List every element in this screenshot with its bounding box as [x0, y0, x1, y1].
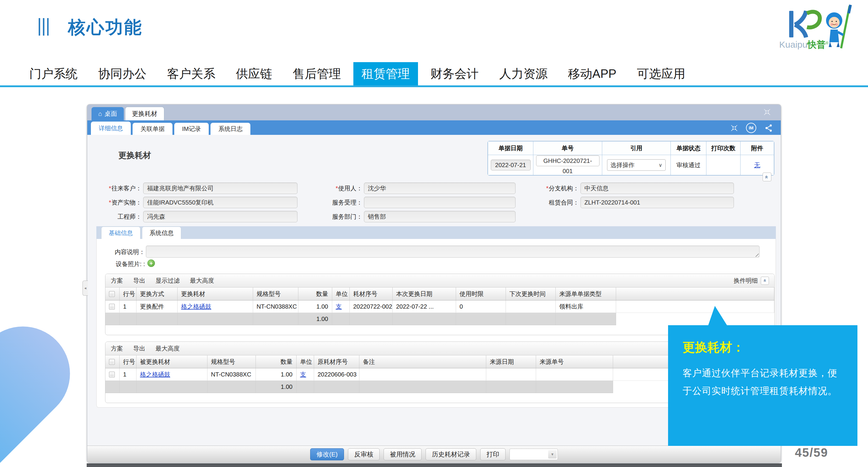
window-tab-bar: ⌂ 桌面 更换耗材 ↘↙ ↗↖ — [87, 105, 781, 121]
row-checkbox[interactable] — [109, 304, 115, 309]
user-field[interactable]: 沈少华 — [364, 182, 516, 194]
nav-tab-scm[interactable]: 供应链 — [228, 62, 280, 86]
tab-replace-consumable[interactable]: 更换耗材 — [125, 107, 164, 121]
collapse-header-button[interactable]: « — [763, 173, 771, 181]
tab-related-docs[interactable]: 关联单据 — [132, 123, 173, 135]
modify-button[interactable]: 修改(E) — [310, 448, 344, 460]
field-label-service-dept: 服务部门： — [300, 213, 364, 221]
select-all-checkbox[interactable] — [109, 291, 115, 297]
logo-wordmark-cn: 快普 — [807, 39, 826, 49]
nav-tab-crm[interactable]: 客户关系 — [159, 62, 223, 86]
share-icon[interactable] — [765, 124, 773, 132]
tab-basic-info[interactable]: 基础信息 — [101, 227, 141, 239]
tab-desktop[interactable]: ⌂ 桌面 — [92, 107, 124, 121]
page-title: 核心功能 — [68, 16, 143, 39]
nav-tab-aftersales[interactable]: 售后管理 — [284, 62, 349, 86]
field-label-lease-contract: 租赁合同： — [518, 199, 581, 207]
home-icon: ⌂ — [98, 110, 102, 118]
service-accept-field[interactable] — [364, 197, 516, 208]
field-label-user: *使用人： — [300, 184, 364, 193]
resize-grip-icon[interactable] — [754, 253, 759, 257]
reference-action-select[interactable]: 选择操作∨ — [607, 159, 665, 171]
unit-link[interactable]: 支 — [336, 303, 342, 310]
select-all-checkbox[interactable] — [109, 359, 115, 365]
callout-title: 更换耗材： — [683, 339, 843, 356]
doc-date-input[interactable]: 2022-07-21 — [491, 160, 531, 170]
form-fields: *往来客户： 福建兆联房地产有限公司 *使用人： 沈少华 *分支机构： 中天信息… — [100, 182, 736, 222]
content-desc-label: 内容说明： — [97, 248, 145, 256]
print-button[interactable]: 打印 — [480, 448, 505, 460]
nav-tab-finance[interactable]: 财务会计 — [422, 62, 487, 86]
branch-field[interactable]: 中天信息 — [581, 182, 734, 194]
table1-toolbar: 方案 导出 显示过滤 最大高度 换件明细 « — [105, 274, 774, 288]
asset-field[interactable]: 佳能IRADVC5550复印机 — [143, 197, 298, 208]
history-record-button[interactable]: 历史耗材记录 — [426, 448, 476, 460]
detail-tab-bar: 详细信息 关联单据 IM记录 系统日志 ↘↙ ↗↖ IM — [87, 121, 781, 135]
callout-body: 客户通过伙伴平台记录耗材更换，便于公司实时统计管理租赁耗材情况。 — [683, 364, 843, 400]
consumable-link[interactable]: 格之格硒鼓 — [140, 371, 170, 378]
tab-detail-info[interactable]: 详细信息 — [91, 122, 131, 135]
chevron-down-icon: ▼ — [548, 450, 557, 459]
service-dept-field[interactable]: 销售部 — [364, 211, 516, 222]
field-label-asset: *资产实物： — [100, 199, 143, 207]
toolbar-show-filter[interactable]: 显示过滤 — [156, 277, 180, 285]
engineer-field[interactable]: 冯先森 — [143, 211, 298, 222]
toolbar-scheme[interactable]: 方案 — [111, 277, 123, 285]
lease-contract-field[interactable]: ZLHT-20220714-001 — [581, 197, 734, 208]
decorative-ribbon — [0, 307, 89, 467]
doc-number-input[interactable]: GHHC-20220721-001 — [536, 155, 599, 166]
toolbar-max-height[interactable]: 最大高度 — [190, 277, 214, 285]
main-nav: 门户系统 协同办公 客户关系 供应链 售后管理 租赁管理 财务会计 人力资源 移… — [0, 62, 868, 87]
nav-tab-oa[interactable]: 协同办公 — [90, 62, 155, 86]
tab-system-info[interactable]: 系统信息 — [142, 227, 181, 239]
collapse-table1-button[interactable]: « — [761, 277, 769, 285]
unapprove-button[interactable]: 反审核 — [348, 448, 380, 460]
annotation-callout: 更换耗材： 客户通过伙伴平台记录耗材更换，便于公司实时统计管理租赁耗材情况。 — [668, 325, 858, 446]
toolbar-export[interactable]: 导出 — [133, 277, 145, 285]
title-accent-bars — [39, 18, 49, 36]
doc-col-print-count: 打印次数 — [706, 141, 741, 155]
customer-field[interactable]: 福建兆联房地产有限公司 — [143, 182, 298, 194]
chevron-down-icon: ∨ — [659, 162, 662, 168]
table-row: 1 更换配件 格之格硒鼓 NT-CN0388XC 1.00 支 20220722… — [105, 300, 774, 313]
logo-wordmark-en: Kuaipu — [779, 39, 807, 49]
doc-col-date: 单据日期 — [488, 141, 533, 155]
info-tab-band: 基础信息 系统信息 — [96, 226, 776, 239]
doc-status-value: 审核通过 — [671, 155, 706, 175]
consumable-link[interactable]: 格之格硒鼓 — [181, 303, 211, 310]
logo-reg-mark: ® — [826, 41, 829, 45]
kuaipu-logo: Kuaipu快普® — [779, 3, 861, 53]
summary-qty: 1.00 — [298, 313, 332, 325]
form-title: 更换耗材 — [118, 150, 151, 161]
toolbar-scheme[interactable]: 方案 — [111, 344, 123, 353]
collapse-window-icon[interactable]: ↘↙ ↗↖ — [764, 108, 770, 115]
nav-tab-leasing[interactable]: 租赁管理 — [353, 62, 418, 86]
unit-link[interactable]: 支 — [300, 371, 306, 378]
field-label-engineer: 工程师： — [100, 213, 143, 221]
attachment-link[interactable]: 无 — [754, 162, 760, 168]
collapse-panel-icon[interactable]: ↘↙ ↗↖ — [731, 124, 738, 132]
action-bar: 修改(E) 反审核 被用情况 历史耗材记录 打印 ▼ — [87, 445, 781, 463]
nav-tab-mobile-app[interactable]: 移动APP — [560, 62, 625, 86]
nav-tab-hr[interactable]: 人力资源 — [491, 62, 556, 86]
doc-col-number: 单号 — [533, 141, 602, 155]
toolbar-max-height[interactable]: 最大高度 — [156, 344, 180, 353]
sidebar-collapse-handle[interactable]: ◄ — [83, 280, 88, 296]
nav-tab-optional[interactable]: 可选应用 — [629, 62, 693, 86]
im-icon[interactable]: IM — [746, 123, 756, 133]
doc-print-count-value — [706, 155, 741, 175]
add-photo-icon[interactable]: + — [147, 260, 155, 267]
content-desc-textarea[interactable] — [146, 245, 760, 258]
window-bottom-shadow — [87, 463, 782, 467]
doc-col-attachment: 附件 — [741, 141, 774, 155]
panel-label: 换件明细 — [734, 277, 758, 285]
summary-row: 1.00 — [105, 313, 774, 325]
toolbar-export[interactable]: 导出 — [133, 344, 145, 353]
row-checkbox[interactable] — [109, 372, 115, 377]
tab-system-log[interactable]: 系统日志 — [211, 123, 250, 135]
usage-status-button[interactable]: 被用情况 — [383, 448, 422, 460]
tab-im-record[interactable]: IM记录 — [174, 123, 209, 135]
doc-header-table: 单据日期 单号 引用 单据状态 打印次数 附件 2022-07-21 GHHC-… — [488, 141, 774, 175]
nav-tab-portal[interactable]: 门户系统 — [21, 62, 86, 86]
more-actions-dropdown[interactable]: ▼ — [509, 448, 558, 460]
